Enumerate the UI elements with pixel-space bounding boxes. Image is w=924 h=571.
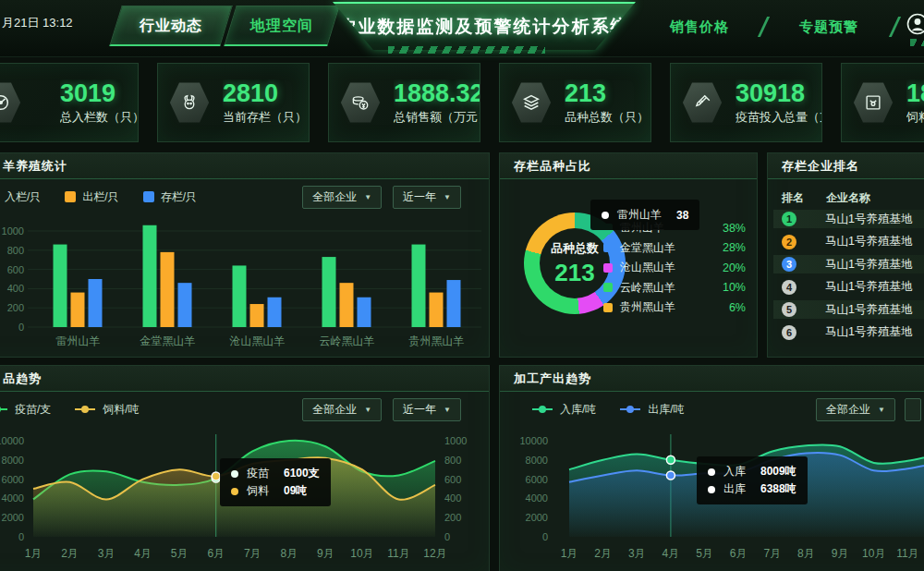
system-title-banner: 农业数据监测及预警统计分析系统: [333, 2, 636, 50]
time-filter-dropdown[interactable]: 近一年▼: [393, 398, 461, 421]
svg-text:贵州黑山羊: 贵州黑山羊: [409, 334, 465, 347]
svg-text:6000: 6000: [526, 474, 548, 485]
time-filter-dropdown-partial[interactable]: [905, 398, 921, 421]
legend-swatch: [143, 191, 154, 202]
stat-label: 总销售额（万元）: [394, 109, 480, 126]
svg-text:0: 0: [444, 531, 450, 542]
svg-text:2000: 2000: [2, 512, 24, 523]
rank-badge: 5: [782, 302, 796, 317]
company-filter-dropdown[interactable]: 全部企业▼: [302, 186, 382, 209]
dashboard-canvas: 月21日 13:12 行业动态 地理空间 农业数据监测及预警统计分析系统 销售价…: [0, 0, 924, 571]
breeding-bar-chart[interactable]: 02004006008001000雷州山羊金堂黑山羊沧山黑山羊云岭黑山羊贵州黑山…: [0, 214, 491, 358]
svg-text:600: 600: [7, 264, 24, 275]
svg-text:8000: 8000: [526, 455, 548, 466]
tooltip-dot: [708, 486, 715, 493]
input-trend-tooltip: 疫苗 6100支 饲料 09吨: [220, 458, 331, 506]
hazard-stripes: [388, 46, 545, 54]
svg-text:10月: 10月: [350, 547, 373, 560]
legend-line-marker: [0, 408, 7, 410]
legend-item-in[interactable]: 入栏/只: [0, 189, 41, 205]
output-trend-controls: 入库/吨 出库/吨 全部企业▼: [500, 392, 924, 427]
tab-industry-news[interactable]: 行业动态: [109, 6, 232, 46]
stat-label: 疫苗投入总量（支）: [736, 109, 821, 126]
panel-company-ranking: 存栏企业排名 排名 企业名称 1 马山1号养殖基地 2 马山1号养殖基地 3 马…: [767, 152, 924, 358]
svg-text:3月: 3月: [98, 547, 116, 560]
chevron-down-icon: ▼: [878, 406, 885, 414]
panel-title: 羊养殖统计: [0, 153, 489, 179]
stat-label: 饲料投入: [906, 109, 924, 126]
ranking-rows: 1 马山1号养殖基地 2 马山1号养殖基地 3 马山1号养殖基地 4 马山1号养…: [768, 210, 924, 342]
svg-text:云岭黑山羊: 云岭黑山羊: [320, 334, 375, 347]
svg-text:4月: 4月: [663, 547, 680, 560]
time-filter-dropdown[interactable]: 近一年▼: [393, 186, 461, 209]
svg-text:2月: 2月: [61, 547, 79, 560]
dashboard-screen: 月21日 13:12 行业动态 地理空间 农业数据监测及预警统计分析系统 销售价…: [0, 0, 924, 571]
svg-text:4000: 4000: [2, 492, 24, 504]
legend-item-inbound[interactable]: 入库/吨: [532, 402, 596, 418]
stat-card-variety-total: 213 品种总数（只）: [499, 63, 651, 142]
tab-special-warning[interactable]: 专题预警: [799, 18, 858, 36]
stat-cards-row: 3019 总入栏数（只） 2810 当前存栏（只） 1888.32 总销售额（万…: [0, 63, 924, 142]
tab-sales-price[interactable]: 销售价格: [670, 18, 729, 36]
legend-line-marker: [620, 408, 640, 410]
tooltip-dot: [231, 470, 238, 478]
tab-geo-space[interactable]: 地理空间: [224, 6, 339, 46]
company-filter-dropdown[interactable]: 全部企业▼: [302, 398, 382, 421]
legend-item-feed[interactable]: 饲料/吨: [75, 402, 139, 418]
input-trend-controls: 疫苗/支 饲料/吨 全部企业▼ 近一年▼: [0, 392, 489, 427]
layers-icon: [511, 81, 552, 124]
legend-item-out[interactable]: 出栏/只: [65, 189, 118, 205]
svg-text:6000: 6000: [2, 474, 24, 485]
svg-text:6月: 6月: [730, 547, 748, 560]
bottom-panels-row: 品趋势 疫苗/支 饲料/吨 全部企业▼ 近一年▼ 020004000600080…: [0, 365, 924, 571]
legend-item-stock[interactable]: 存栏/只: [143, 189, 197, 205]
svg-text:800: 800: [7, 245, 24, 256]
stat-value: 213: [565, 79, 649, 107]
chevron-down-icon: ▼: [444, 193, 451, 201]
legend-line-marker: [75, 408, 95, 410]
svg-text:6月: 6月: [207, 547, 225, 560]
legend-item-outbound[interactable]: 出库/吨: [620, 402, 684, 418]
svg-text:10月: 10月: [862, 547, 885, 560]
panel-variety-share: 存栏品种占比 品种总数 213 雷州山羊 38% 金堂黑山羊 28%: [499, 152, 758, 358]
panel-title: 存栏企业排名: [768, 153, 924, 179]
svg-text:400: 400: [7, 283, 24, 294]
tooltip-dot: [708, 468, 715, 476]
panel-title: 加工产出趋势: [500, 366, 924, 392]
panel-title: 品趋势: [0, 366, 489, 392]
tooltip-dot: [231, 488, 238, 495]
company-filter-dropdown[interactable]: 全部企业▼: [816, 398, 895, 421]
legend-item-vaccine[interactable]: 疫苗/支: [0, 402, 51, 418]
panel-output-trend: 加工产出趋势 入库/吨 出库/吨 全部企业▼ 02000400060008000…: [499, 365, 924, 571]
slash-divider: [889, 17, 901, 37]
panel-sheep-breeding-stats: 羊养殖统计 入栏/只 出栏/只 存栏/只 全部企业▼ 近一年▼ 02004006…: [0, 152, 490, 358]
svg-text:0: 0: [542, 531, 548, 542]
stat-label: 品种总数（只）: [565, 109, 649, 126]
svg-text:10000: 10000: [519, 435, 548, 446]
ranking-row: 3 马山1号养殖基地: [773, 255, 924, 273]
stat-card-vaccine-total: 30918 疫苗投入总量（支）: [670, 63, 822, 142]
chevron-down-icon: ▼: [364, 406, 371, 414]
svg-text:600: 600: [444, 474, 461, 485]
svg-text:9月: 9月: [832, 547, 849, 560]
tooltip-dot: [602, 212, 609, 219]
stat-label: 当前存栏（只）: [223, 109, 307, 126]
svg-text:11月: 11月: [387, 547, 409, 560]
chevron-down-icon: ▼: [364, 193, 371, 201]
coins-icon: [340, 81, 381, 124]
output-trend-tooltip: 入库 8009吨 出库 6388吨: [697, 456, 808, 504]
rank-badge: 6: [782, 325, 796, 340]
user-avatar-icon[interactable]: [906, 13, 924, 35]
svg-text:7月: 7月: [244, 547, 261, 560]
svg-text:1000: 1000: [2, 225, 24, 237]
svg-text:11月: 11月: [896, 547, 918, 560]
slash-divider: [758, 17, 770, 37]
rank-badge: 2: [782, 235, 796, 249]
stat-card-current-stock: 2810 当前存栏（只）: [157, 63, 310, 142]
rank-badge: 3: [782, 257, 796, 272]
stat-value: 30918: [736, 79, 821, 107]
stat-card-total-in: 3019 总入栏数（只）: [0, 63, 139, 142]
svg-text:3月: 3月: [628, 547, 646, 560]
panel-input-trend: 品趋势 疫苗/支 饲料/吨 全部企业▼ 近一年▼ 020004000600080…: [0, 365, 490, 571]
svg-text:金堂黑山羊: 金堂黑山羊: [140, 334, 196, 347]
